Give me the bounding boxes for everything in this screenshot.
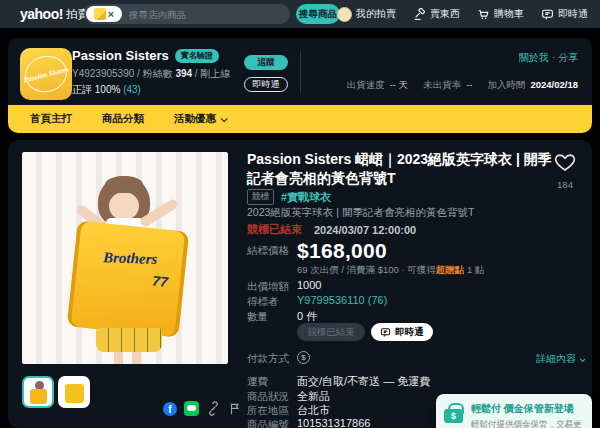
model-bangs-graphic <box>105 176 143 193</box>
seller-id: Y4923905390 / 粉絲數 <box>72 68 175 79</box>
store-search-box[interactable]: × <box>84 4 290 24</box>
toast-subtitle: 輕鬆付提供價金保管，交易更安心！ <box>471 419 584 428</box>
jersey-brand-text: Brothers <box>74 248 187 269</box>
seller-meta: Y4923905390 / 粉絲數 394 / 剛上線 <box>72 67 230 81</box>
last-online: / 剛上線 <box>192 68 230 79</box>
seller-name: Passion Sisters <box>72 48 169 63</box>
location-value: 台北市 <box>297 403 330 418</box>
increment-value: 1000 <box>297 279 321 291</box>
follow-button[interactable]: 追蹤 <box>244 55 288 70</box>
product-info: Passion Sisters 峮峮｜2023絕版英字球衣 | 開季記者會亮相的… <box>245 148 590 424</box>
shipping-row: 運費 面交/自取/不寄送 — 免運費 <box>245 374 590 390</box>
seller-name-row: Passion Sisters 實名驗證 <box>72 48 219 63</box>
product-photo[interactable]: Brothers 77 <box>22 152 228 364</box>
product-title: Passion Sisters 峮峮｜2023絕版英字球衣 | 開季記者會亮相的… <box>247 150 555 188</box>
vertical-divider <box>300 51 301 93</box>
store-nav: 首頁主打 商品分類 活動優惠 <box>8 105 592 133</box>
tab-categories[interactable]: 商品分類 <box>102 112 144 126</box>
chevron-down-icon <box>580 356 586 362</box>
location-label: 所在地區 <box>247 404 289 418</box>
bid-note-row: 69 次出價 / 消費滿 $100 · 可獲得超贈點 1 點 <box>245 264 590 280</box>
search-input[interactable] <box>122 9 290 20</box>
cart-link[interactable]: 購物車 <box>477 7 524 21</box>
model-skirt-graphic <box>96 328 162 352</box>
thumbnail-selected[interactable] <box>22 376 54 408</box>
shipping-speed-stat: 出貨速度-- 天 <box>347 79 408 92</box>
toast-title: 輕鬆付 價金保管新登場 <box>471 402 584 416</box>
messenger-link[interactable]: 即時通 <box>541 7 588 21</box>
image-search-thumbnail <box>94 8 106 20</box>
final-price: $168,000 <box>297 239 387 263</box>
seller-avatar[interactable]: Passion Sisters <box>20 48 72 100</box>
tab-home-featured[interactable]: 首頁主打 <box>30 112 72 126</box>
condition-label: 商品狀況 <box>247 390 289 404</box>
tag-row: 競標 #實戰球衣 <box>247 189 331 205</box>
image-search-chip[interactable]: × <box>86 6 122 22</box>
yahoo-logo[interactable]: yahoo! 拍賣 <box>20 0 89 28</box>
user-avatar-icon <box>337 7 352 22</box>
chevron-down-icon <box>221 115 228 122</box>
product-panel: Brothers 77 f Passion Sisters 峮峮｜2023絕版英… <box>8 140 592 428</box>
about-share-link[interactable]: 關於我 · 分享 <box>519 51 578 65</box>
model-face-graphic <box>109 192 139 220</box>
clear-image-icon[interactable]: × <box>108 9 114 19</box>
payment-detail-link[interactable]: 詳細內容 <box>536 352 584 366</box>
seller-rating: 正評 100% (43) <box>72 83 141 97</box>
seller-header: Passion Sisters Passion Sisters 實名驗證 Y49… <box>8 38 592 105</box>
winner-label: 得標者 <box>247 295 279 309</box>
favorite-heart-icon[interactable] <box>552 150 578 174</box>
item-number-label: 商品編號 <box>247 418 289 428</box>
seller-avatar-logo-text: Passion Sisters <box>20 48 72 100</box>
hashtag-link[interactable]: #實戰球衣 <box>281 190 331 205</box>
gavel-icon <box>413 8 426 21</box>
thumbnail-2[interactable] <box>58 376 90 408</box>
seller-stats: 出貨速度-- 天 未出貨率-- 加入時間2024/02/18 <box>347 79 578 92</box>
easypay-toast[interactable]: $ 輕鬆付 價金保管新登場 輕鬆付提供價金保管，交易更安心！ <box>436 394 592 428</box>
winner-link[interactable]: Y9799536110 (76) <box>297 294 387 306</box>
seller-messenger-button[interactable]: 即時通 <box>244 77 288 92</box>
winner-row: 得標者 Y9799536110 (76) <box>245 294 590 310</box>
yahoo-logo-text: yahoo! <box>20 6 63 22</box>
my-auction-label: 我的拍賣 <box>356 7 396 21</box>
price-label: 結標價格 <box>247 244 289 258</box>
like-count: 184 <box>548 179 582 190</box>
search-button[interactable]: 搜尋商品 <box>296 4 340 24</box>
shipping-label: 運費 <box>247 375 268 389</box>
quantity-label: 數量 <box>247 310 268 324</box>
auction-ended-button: 競標已結束 <box>297 323 365 341</box>
model-leg-left-graphic <box>114 352 123 364</box>
positive-rating: 正評 100% <box>72 84 123 95</box>
increment-label: 出價增額 <box>247 280 289 294</box>
quantity-value: 0 件 <box>297 309 317 324</box>
auction-end-row: 競標已結束 2024/03/07 12:00:00 <box>247 222 416 237</box>
report-flag-icon[interactable] <box>228 402 242 416</box>
unshipped-rate-stat: 未出貨率-- <box>423 79 472 92</box>
chat-icon <box>380 327 391 338</box>
bid-increment-row: 出價增額 1000 <box>245 279 590 295</box>
copy-link-icon[interactable] <box>206 401 221 416</box>
shipping-value: 面交/自取/不寄送 — 免運費 <box>297 374 430 389</box>
yahoo-auction-page: yahoo! 拍賣 × 搜尋商品 我的拍賣 賣東西 購物車 <box>0 0 600 428</box>
condition-value: 全新品 <box>297 389 330 404</box>
auction-end-time: 2024/03/07 12:00:00 <box>314 224 416 236</box>
top-nav-links: 我的拍賣 賣東西 購物車 即時通 <box>337 0 588 28</box>
chat-icon <box>541 8 554 21</box>
bid-note: 69 次出價 / 消費滿 $100 · 可獲得超贈點 1 點 <box>297 264 484 277</box>
rating-count-link[interactable]: (43) <box>123 84 141 95</box>
jersey-number-text: 77 <box>152 273 169 291</box>
my-auction-link[interactable]: 我的拍賣 <box>337 7 396 22</box>
jersey-graphic: Brothers 77 <box>67 220 189 337</box>
facebook-share-icon[interactable]: f <box>163 402 177 416</box>
tab-promotions[interactable]: 活動優惠 <box>174 112 226 126</box>
model-leg-right-graphic <box>132 352 141 364</box>
top-navbar: yahoo! 拍賣 × 搜尋商品 我的拍賣 賣東西 購物車 <box>0 0 600 28</box>
product-messenger-button[interactable]: 即時通 <box>371 323 433 341</box>
line-share-icon[interactable] <box>184 401 199 416</box>
follower-count: 394 <box>175 68 192 79</box>
messenger-label: 即時通 <box>558 7 588 21</box>
sell-link[interactable]: 賣東西 <box>413 7 460 21</box>
bonus-points-link[interactable]: 超贈點 <box>436 264 465 275</box>
favorite-box[interactable]: 184 <box>548 150 582 190</box>
share-bar: f <box>163 401 242 416</box>
action-buttons-row: 競標已結束 即時通 <box>245 323 590 343</box>
